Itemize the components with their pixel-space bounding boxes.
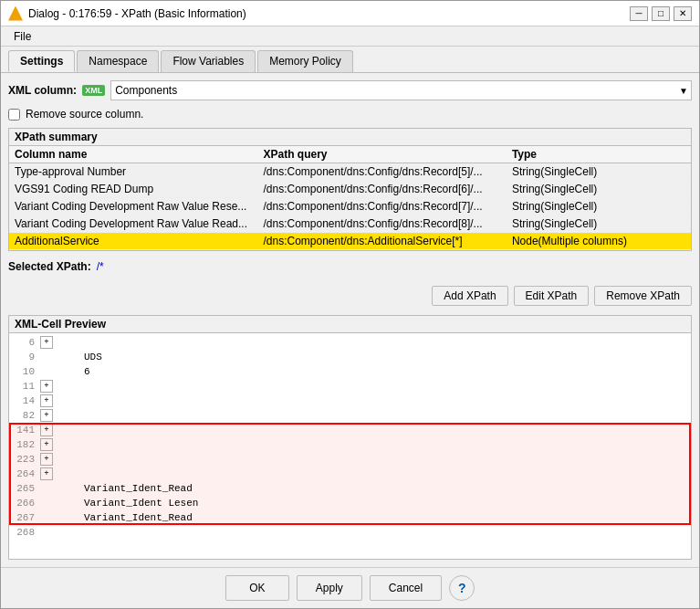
table-row[interactable]: Variant Coding Development Raw Value Res… <box>9 198 691 215</box>
remove-source-column-checkbox[interactable] <box>8 109 20 121</box>
xml-column-select[interactable]: Components <box>110 80 692 100</box>
line-number: 182 <box>11 439 40 450</box>
cell-spacer <box>678 163 691 181</box>
cell-name: Variant Coding Development Raw Value Rea… <box>9 215 257 233</box>
xml-line: 265Variant_Ident_Read <box>9 481 691 496</box>
warning-triangle-icon <box>8 6 23 21</box>
line-number: 264 <box>11 468 40 479</box>
xml-line: 268 <box>9 525 691 540</box>
tree-expander[interactable]: + <box>40 438 53 451</box>
xml-content: Variant_Ident_Read <box>84 512 193 523</box>
cell-name: Variant Coding Development Raw Value Res… <box>9 198 257 215</box>
tree-expander[interactable]: + <box>40 424 53 436</box>
xpath-buttons-row: Add XPath Edit XPath Remove XPath <box>8 282 692 310</box>
line-number: 265 <box>11 483 40 494</box>
close-button[interactable]: ✕ <box>674 6 692 21</box>
xml-column-label: XML column: <box>8 84 77 97</box>
tab-flow-variables[interactable]: Flow Variables <box>161 50 256 72</box>
line-number: 6 <box>11 337 40 348</box>
cell-spacer <box>678 215 691 233</box>
maximize-button[interactable]: □ <box>652 6 670 21</box>
xml-line: 264+ <box>9 467 691 481</box>
xpath-table: Column name XPath query Type Type-approv… <box>9 146 691 250</box>
col-header-name: Column name <box>9 146 257 163</box>
cell-name: VGS91 Coding READ Dump <box>9 181 257 198</box>
tab-namespace[interactable]: Namespace <box>77 50 159 72</box>
cell-type: String(SingleCell) <box>507 198 678 215</box>
tree-expander[interactable]: + <box>40 467 53 480</box>
cell-spacer <box>678 198 691 215</box>
table-row[interactable]: Type-approval Number /dns:Component/dns:… <box>9 163 691 181</box>
xml-line: 9UDS <box>9 350 691 364</box>
xml-type-icon: XML <box>82 85 105 96</box>
tree-expander[interactable]: + <box>40 394 53 407</box>
cell-name: AdditionalService <box>9 233 257 250</box>
xpath-summary-group: XPath summary Column name XPath query Ty… <box>8 128 692 251</box>
xml-line: 141+ <box>9 423 691 437</box>
remove-xpath-button[interactable]: Remove XPath <box>594 286 692 306</box>
xml-column-select-wrapper: Components ▼ <box>110 80 692 100</box>
xml-line: 266Variant_Ident Lesen <box>9 496 691 510</box>
cell-query: /dns:Component/dns:Config/dns:Record[6]/… <box>257 181 506 198</box>
cell-spacer <box>678 181 691 198</box>
xml-lines-area[interactable]: 6+9UDS10611+14+82+141+182+223+264+265Var… <box>9 333 691 559</box>
col-header-type: Type <box>507 146 678 163</box>
cell-query: /dns:Component/dns:Config/dns:Record[8]/… <box>257 215 506 233</box>
cell-query: /dns:Component/dns:Config/dns:Record[5]/… <box>257 163 506 181</box>
xml-column-row: XML column: XML Components ▼ <box>8 80 692 100</box>
menu-file[interactable]: File <box>8 28 37 45</box>
title-bar-controls: ─ □ ✕ <box>630 6 692 21</box>
cell-spacer <box>678 233 691 250</box>
tab-memory-policy[interactable]: Memory Policy <box>257 50 353 72</box>
line-number: 9 <box>11 352 40 362</box>
tree-expander[interactable]: + <box>40 453 53 466</box>
xml-line: 14+ <box>9 394 691 408</box>
xml-content: Variant_Ident Lesen <box>84 498 198 509</box>
cell-type: Node(Multiple columns) <box>507 233 678 250</box>
tree-expander[interactable]: + <box>40 409 53 422</box>
add-xpath-button[interactable]: Add XPath <box>432 286 507 306</box>
xml-content: 6 <box>84 366 90 377</box>
xml-preview-wrapper: 6+9UDS10611+14+82+141+182+223+264+265Var… <box>9 333 691 559</box>
xml-line: 106 <box>9 364 691 379</box>
line-number: 11 <box>11 381 40 392</box>
xml-line: 11+ <box>9 379 691 394</box>
ok-button[interactable]: OK <box>225 575 289 601</box>
main-content: XML column: XML Components ▼ Remove sour… <box>1 73 699 567</box>
line-number: 266 <box>11 498 40 509</box>
xml-preview-title: XML-Cell Preview <box>9 316 691 333</box>
scroll-col-header <box>678 146 691 163</box>
xml-content: UDS <box>84 352 102 362</box>
selected-xpath-value: /* <box>97 260 104 273</box>
bottom-bar: OK Apply Cancel ? <box>1 567 699 608</box>
col-header-query: XPath query <box>257 146 506 163</box>
cell-name: Type-approval Number <box>9 163 257 181</box>
tree-expander[interactable]: + <box>40 336 53 349</box>
xml-line: 6+ <box>9 335 691 350</box>
help-button[interactable]: ? <box>449 575 475 601</box>
cell-query: /dns:Component/dns:Config/dns:Record[7]/… <box>257 198 506 215</box>
table-row[interactable]: Variant Coding Development Raw Value Rea… <box>9 215 691 233</box>
cancel-button[interactable]: Cancel <box>370 575 442 601</box>
xml-preview-group: XML-Cell Preview 6+9UDS10611+14+82+141+1… <box>8 315 692 560</box>
line-number: 10 <box>11 366 40 377</box>
xpath-table-container: Column name XPath query Type Type-approv… <box>9 146 691 250</box>
tab-settings[interactable]: Settings <box>8 50 75 72</box>
xml-line: 82+ <box>9 408 691 423</box>
cell-type: String(SingleCell) <box>507 215 678 233</box>
xml-line: 223+ <box>9 452 691 467</box>
line-number: 82 <box>11 410 40 421</box>
edit-xpath-button[interactable]: Edit XPath <box>514 286 590 306</box>
selected-xpath-row: Selected XPath: /* <box>8 257 692 277</box>
apply-button[interactable]: Apply <box>297 575 362 601</box>
table-row[interactable]: VGS91 Coding READ Dump /dns:Component/dn… <box>9 181 691 198</box>
remove-source-column-label: Remove source column. <box>26 108 143 121</box>
cell-type: String(SingleCell) <box>507 181 678 198</box>
line-number: 268 <box>11 527 40 538</box>
tree-expander[interactable]: + <box>40 380 53 393</box>
window-title: Dialog - 0:176:59 - XPath (Basic Informa… <box>28 7 246 20</box>
cell-query: /dns:Component/dns:AdditionalService[*] <box>257 233 506 250</box>
main-window: Dialog - 0:176:59 - XPath (Basic Informa… <box>0 0 700 609</box>
minimize-button[interactable]: ─ <box>630 6 648 21</box>
table-row[interactable]: AdditionalService /dns:Component/dns:Add… <box>9 233 691 250</box>
